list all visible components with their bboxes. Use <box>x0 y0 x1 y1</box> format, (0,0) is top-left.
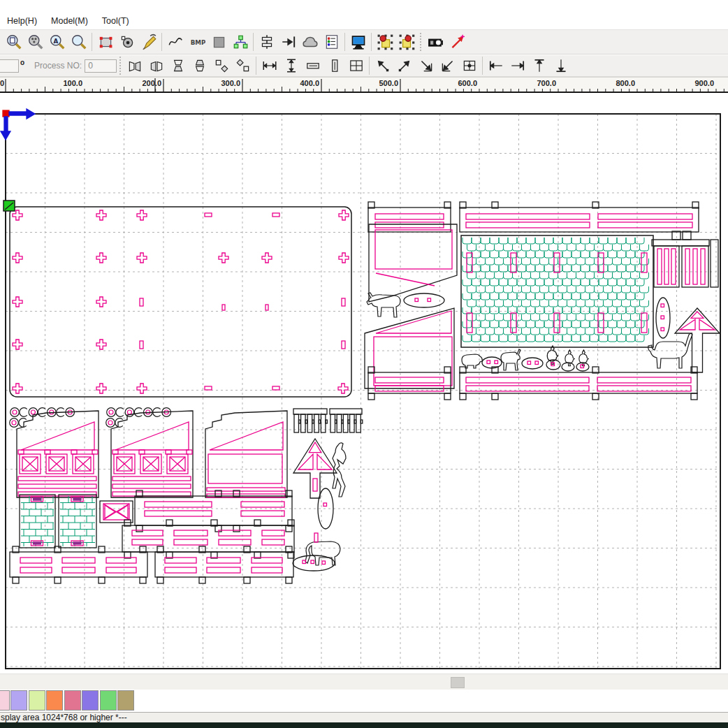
ladder-bars[interactable] <box>657 249 705 284</box>
btn-preview-monitor[interactable] <box>347 31 369 52</box>
fence-bottom-2[interactable] <box>460 367 697 400</box>
btn-mirror-v-2[interactable] <box>189 55 210 76</box>
menu-item-help-h-[interactable]: Help(H) <box>0 14 44 26</box>
fence-top-2[interactable] <box>460 202 699 232</box>
palette-swatch-2[interactable] <box>29 690 45 711</box>
palette-swatch-4[interactable] <box>64 690 81 711</box>
plate-slot-rects[interactable] <box>222 305 268 310</box>
menu-item-model-m-[interactable]: Model(M) <box>44 14 95 26</box>
marks-oval[interactable] <box>522 358 543 369</box>
x-axis-arrow[interactable] <box>9 109 35 119</box>
btn-move-right[interactable] <box>507 55 528 76</box>
btn-move-top[interactable] <box>528 55 550 76</box>
fence-bottom-1[interactable] <box>368 367 451 400</box>
btn-align-grid[interactable] <box>345 55 367 76</box>
btn-fill-square[interactable] <box>208 31 229 52</box>
fence-top-1[interactable] <box>368 202 451 232</box>
btn-work-list[interactable] <box>321 31 342 52</box>
btn-same-width[interactable] <box>259 55 280 76</box>
btn-zoom-bitmap[interactable] <box>24 31 46 52</box>
fence-long-2[interactable] <box>155 546 293 583</box>
marks-oval[interactable] <box>404 293 444 307</box>
marks-oval[interactable] <box>562 363 574 371</box>
btn-move-bottom[interactable] <box>550 55 572 76</box>
palette-swatch-7[interactable] <box>117 690 134 711</box>
tree-sign[interactable] <box>293 439 337 498</box>
brick-wall[interactable] <box>20 495 55 548</box>
ladder-side[interactable] <box>711 240 718 287</box>
btn-output-device[interactable] <box>299 31 321 52</box>
btn-corner-bl[interactable] <box>437 55 458 76</box>
btn-zoom-window[interactable] <box>3 31 24 52</box>
hinge-circles[interactable] <box>106 418 123 428</box>
barn-wall-windows[interactable] <box>17 411 99 497</box>
btn-laser-position[interactable] <box>446 31 467 52</box>
btn-draw-curve[interactable] <box>164 31 186 52</box>
base-plate[interactable] <box>10 207 351 397</box>
btn-mirror-v-1[interactable] <box>167 55 189 76</box>
shed-window[interactable] <box>375 230 452 269</box>
btn-corner-br[interactable] <box>415 55 437 76</box>
shed-roof-panel[interactable] <box>374 337 452 386</box>
btn-align-v-rect[interactable] <box>323 55 345 76</box>
btn-node-edit[interactable] <box>116 31 138 52</box>
shed-wall[interactable] <box>369 224 457 302</box>
chicken-cutout[interactable] <box>565 350 574 366</box>
crate-bowtie[interactable] <box>100 501 133 523</box>
chicken-cutout[interactable] <box>547 346 558 364</box>
btn-mirror-d-1[interactable] <box>210 55 232 76</box>
ladder-top[interactable] <box>652 240 709 246</box>
palette-swatch-1[interactable] <box>10 690 27 711</box>
rotate-angle-input[interactable] <box>0 59 19 73</box>
pig-cutout[interactable] <box>462 354 482 368</box>
btn-zoom-all[interactable]: A <box>46 31 68 52</box>
btn-corner-tl[interactable] <box>372 55 393 76</box>
y-axis-arrow[interactable] <box>1 117 10 140</box>
scrollbar-thumb[interactable] <box>451 677 465 688</box>
menu-item-tool-t-[interactable]: Tool(T) <box>95 14 136 26</box>
btn-node-tree[interactable] <box>229 31 251 52</box>
btn-center-grid[interactable] <box>458 55 480 76</box>
palette-swatch-0[interactable] <box>0 690 10 711</box>
marks-oval[interactable] <box>293 555 335 571</box>
btn-corner-tr[interactable] <box>393 55 415 76</box>
btn-align-h-rect[interactable] <box>302 55 323 76</box>
btn-simulate-1[interactable] <box>374 31 395 52</box>
btn-zoom-view[interactable] <box>68 31 89 52</box>
fence-long-1[interactable] <box>10 546 147 583</box>
marks-oval[interactable] <box>656 298 670 338</box>
btn-bmp-tool[interactable]: BMP <box>186 31 208 52</box>
btn-same-height[interactable] <box>280 55 302 76</box>
btn-mirror-h-2[interactable] <box>145 55 167 76</box>
btn-move-left[interactable] <box>485 55 507 76</box>
barn-wall-windows[interactable] <box>111 411 193 497</box>
fence-mid-2[interactable] <box>122 520 294 558</box>
btn-param-slider[interactable] <box>256 31 277 52</box>
brick-wall[interactable] <box>59 495 96 548</box>
palette-swatch-3[interactable] <box>46 690 63 711</box>
btn-simulate-2[interactable] <box>395 31 417 52</box>
palette-swatch-6[interactable] <box>100 690 117 711</box>
comb-rack[interactable] <box>330 409 363 432</box>
btn-laser-device[interactable] <box>424 31 446 52</box>
horse-slot[interactable] <box>314 533 318 542</box>
goat-cutout[interactable] <box>501 349 520 370</box>
shed-roof[interactable] <box>365 308 454 388</box>
roof-shingle-panel[interactable] <box>461 235 653 347</box>
process-no-input[interactable] <box>85 59 117 73</box>
drawing-canvas[interactable] <box>0 0 728 728</box>
barn-wall-plain[interactable] <box>205 411 287 497</box>
palette-swatch-5[interactable] <box>82 690 99 711</box>
horizontal-scrollbar[interactable] <box>0 674 728 690</box>
cow-cutout[interactable] <box>367 293 400 317</box>
btn-move-to-origin[interactable] <box>277 31 299 52</box>
ladder-frame[interactable] <box>682 246 708 287</box>
btn-mirror-h-1[interactable] <box>124 55 145 76</box>
btn-draw-pen[interactable] <box>138 31 159 52</box>
plate-cross-slots[interactable] <box>13 210 349 393</box>
comb-rack[interactable] <box>293 409 327 432</box>
btn-select-rect[interactable] <box>94 31 116 52</box>
btn-mirror-d-2[interactable] <box>232 55 254 76</box>
shed-slant[interactable] <box>376 273 435 286</box>
origin-marker[interactable] <box>3 110 9 117</box>
